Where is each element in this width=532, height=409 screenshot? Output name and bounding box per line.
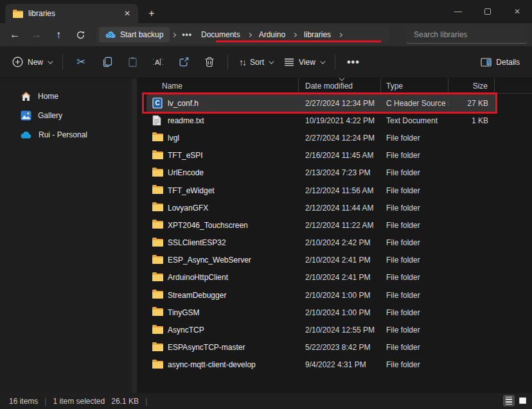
view-toggles — [503, 395, 528, 406]
icons-view-toggle[interactable] — [517, 395, 528, 406]
file-row[interactable]: readme.txt 10/19/2021 4:22 PM Text Docum… — [146, 112, 497, 129]
sidebar-item-label: Rui - Personal — [39, 130, 87, 139]
file-row[interactable]: StreamDebugger 2/10/2024 1:00 PM File fo… — [146, 286, 497, 304]
file-row[interactable]: UrlEncode 2/13/2024 7:23 PM File folder — [146, 164, 497, 182]
file-row[interactable]: C lv_conf.h 2/27/2024 12:34 PM C Header … — [146, 94, 497, 112]
file-icon: C — [152, 98, 163, 109]
file-row[interactable]: TFT_eSPI 2/16/2024 11:45 AM File folder — [146, 147, 497, 164]
file-date-modified: 2/10/2024 2:42 PM — [299, 238, 381, 247]
cut-button[interactable]: ✂ — [70, 51, 92, 73]
file-date-modified: 2/12/2024 11:56 AM — [299, 186, 381, 195]
file-type: File folder — [381, 256, 448, 265]
selection-size: 26.1 KB — [111, 397, 139, 406]
sidebar-item-rui-personal[interactable]: Rui - Personal — [3, 126, 134, 144]
file-date-modified: 2/12/2024 11:44 AM — [299, 204, 381, 213]
file-type: File folder — [381, 343, 448, 352]
column-header-type[interactable]: Type — [381, 78, 448, 94]
chevron-down-icon — [269, 58, 274, 64]
file-type: File folder — [381, 273, 448, 282]
file-row[interactable]: XPT2046_Touchscreen 2/12/2024 11:22 AM F… — [146, 216, 497, 234]
new-button[interactable]: New — [6, 51, 57, 73]
close-button[interactable]: ✕ — [502, 0, 532, 23]
sidebar-item-icon — [21, 110, 31, 121]
refresh-icon — [76, 30, 85, 40]
breadcrumb-overflow-button[interactable]: ••• — [178, 30, 196, 39]
sidebar-item-icon — [21, 91, 31, 101]
sort-icon: ↑↓ — [239, 57, 245, 67]
search-input[interactable] — [406, 26, 527, 43]
file-row[interactable]: ESPAsyncTCP-master 5/22/2023 8:42 PM Fil… — [146, 339, 497, 356]
details-button-label: Details — [496, 58, 520, 67]
status-bar: 16 items | 1 item selected 26.1 KB | — [0, 393, 532, 409]
file-row[interactable]: LovyanGFX 2/12/2024 11:44 AM File folder — [146, 199, 497, 216]
icons-view-icon — [519, 397, 526, 404]
file-type: File folder — [381, 186, 448, 195]
plus-circle-icon — [12, 57, 23, 67]
file-type: File folder — [381, 360, 448, 369]
delete-button[interactable] — [199, 51, 220, 73]
paste-button[interactable] — [121, 51, 143, 73]
breadcrumb-documents[interactable]: Documents — [196, 30, 245, 39]
file-row[interactable]: lvgl 2/27/2024 12:24 PM File folder — [146, 129, 497, 146]
sidebar-item-home[interactable]: Home — [3, 87, 134, 105]
file-name: readme.txt — [168, 116, 204, 125]
file-date-modified: 10/19/2021 4:22 PM — [299, 116, 381, 125]
file-date-modified: 2/10/2024 2:41 PM — [299, 256, 381, 265]
file-date-modified: 2/27/2024 12:24 PM — [299, 134, 381, 143]
breadcrumb-libraries[interactable]: libraries — [299, 30, 336, 39]
sort-button[interactable]: ↑↓ Sort — [233, 51, 278, 73]
search-box[interactable] — [406, 26, 527, 44]
new-tab-button[interactable]: + — [145, 6, 159, 21]
toolbar-divider — [335, 55, 335, 70]
file-row[interactable]: SSLClientESP32 2/10/2024 2:42 PM File fo… — [146, 234, 497, 252]
sidebar-item-gallery[interactable]: Gallery — [3, 107, 134, 125]
start-backup-button[interactable]: Start backup — [99, 27, 170, 42]
details-view-toggle[interactable] — [503, 395, 515, 406]
file-type: File folder — [381, 204, 448, 213]
file-type: File folder — [381, 326, 448, 335]
file-type: File folder — [381, 308, 448, 317]
column-header-size[interactable]: Size — [448, 78, 495, 94]
forward-button[interactable]: → — [26, 26, 48, 44]
file-row[interactable]: ArduinoHttpClient 2/10/2024 2:41 PM File… — [146, 269, 497, 286]
file-icon — [152, 342, 163, 353]
main-area: Home Gallery Rui - Personal Name Date mo… — [0, 78, 532, 393]
maximize-icon — [484, 8, 491, 15]
up-button[interactable]: ↑ — [48, 26, 69, 44]
breadcrumb-arduino[interactable]: Arduino — [254, 30, 290, 39]
items-count: 16 items — [9, 397, 38, 406]
sidebar-item-label: Home — [38, 92, 58, 101]
file-row[interactable]: ESP_Async_WebServer 2/10/2024 2:41 PM Fi… — [146, 252, 497, 269]
back-button[interactable]: ← — [4, 26, 26, 44]
file-name: lv_conf.h — [168, 99, 199, 108]
more-options-button[interactable]: ••• — [342, 51, 364, 73]
details-view-icon — [506, 397, 512, 405]
file-icon — [152, 150, 163, 161]
details-pane-button[interactable]: Details — [475, 51, 526, 73]
explorer-tab[interactable]: libraries ✕ — [5, 4, 138, 23]
minimize-button[interactable]: — — [443, 0, 473, 23]
file-row[interactable]: TFT_eWidget 2/12/2024 11:56 AM File fold… — [146, 182, 497, 199]
file-row[interactable]: AsyncTCP 2/10/2024 12:55 PM File folder — [146, 321, 497, 338]
column-header-date-label: Date modified — [305, 82, 353, 91]
column-header-date-modified[interactable]: Date modified — [299, 78, 381, 94]
share-button[interactable] — [173, 51, 195, 73]
view-button[interactable]: View — [278, 51, 330, 73]
file-date-modified: 9/4/2022 4:31 PM — [299, 360, 381, 369]
file-type: File folder — [381, 134, 448, 143]
file-row[interactable]: TinyGSM 2/10/2024 1:00 PM File folder — [146, 304, 497, 321]
sidebar-scrollbar[interactable] — [132, 78, 137, 393]
svg-text:C: C — [155, 100, 159, 107]
maximize-button[interactable] — [473, 0, 502, 23]
file-icon — [152, 202, 163, 213]
file-type: Text Document — [381, 116, 448, 125]
tab-close-icon[interactable]: ✕ — [121, 8, 133, 19]
copy-button[interactable] — [96, 51, 118, 73]
rename-button[interactable]: A — [147, 51, 169, 73]
file-row[interactable]: async-mqtt-client-develop 9/4/2022 4:31 … — [146, 356, 497, 374]
file-name: TFT_eWidget — [168, 186, 215, 195]
file-date-modified: 2/10/2024 1:00 PM — [299, 308, 381, 317]
refresh-button[interactable] — [69, 26, 91, 44]
column-header-name[interactable]: Name — [146, 78, 299, 94]
paste-icon — [127, 57, 138, 67]
